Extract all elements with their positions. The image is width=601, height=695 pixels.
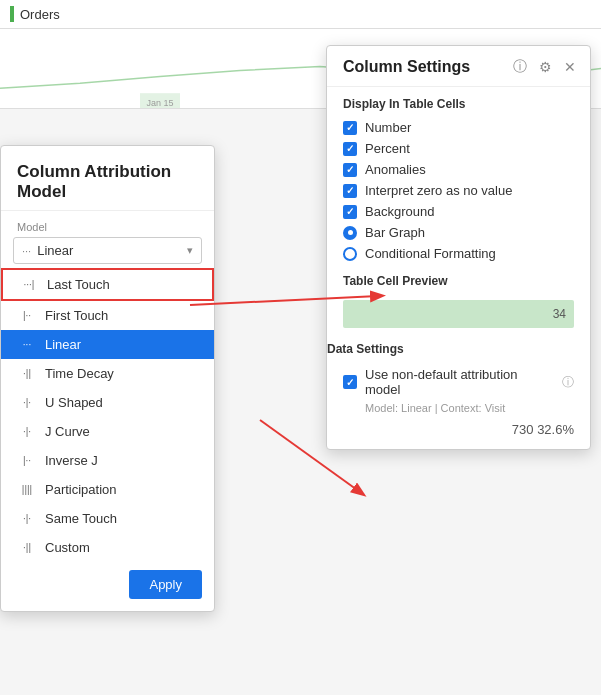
checkbox-anomalies-input[interactable]: ✓	[343, 163, 357, 177]
data-settings-title: Data Settings	[327, 334, 590, 364]
checkbox-anomalies-label: Anomalies	[365, 162, 426, 177]
participation-icon: ||||	[17, 484, 37, 495]
preview-section-title: Table Cell Preview	[327, 264, 590, 294]
model-select-text: Linear	[37, 243, 181, 258]
j-curve-icon: ·|·	[17, 426, 37, 437]
checkbox-interpret-zero[interactable]: ✓ Interpret zero as no value	[327, 180, 590, 201]
radio-bar-graph[interactable]: Bar Graph	[327, 222, 590, 243]
inverse-j-icon: |··	[17, 455, 37, 466]
radio-conditional-formatting-label: Conditional Formatting	[365, 246, 496, 261]
checkbox-interpret-zero-label: Interpret zero as no value	[365, 183, 512, 198]
settings-icon-button[interactable]: ⚙	[537, 57, 554, 77]
model-select-dropdown[interactable]: ··· Linear ▾	[13, 237, 202, 264]
info-button[interactable]: ⓘ	[511, 56, 529, 78]
green-bar-indicator	[10, 6, 14, 22]
attribution-modal: Column Attribution Model Model ··· Linea…	[0, 145, 215, 612]
close-button[interactable]: ✕	[562, 57, 578, 77]
radio-conditional-formatting-input[interactable]	[343, 247, 357, 261]
checkbox-non-default-label: Use non-default attribution model	[365, 367, 554, 397]
column-settings-panel: Column Settings ⓘ ⚙ ✕ Display In Table C…	[326, 45, 591, 450]
model-dropdown-list: ···| Last Touch |·· First Touch ··· Line…	[1, 268, 214, 562]
dropdown-item-time-decay[interactable]: ·|| Time Decay	[1, 359, 214, 388]
linear-label: Linear	[45, 337, 81, 352]
dropdown-item-linear[interactable]: ··· Linear	[1, 330, 214, 359]
same-touch-icon: ·|·	[17, 513, 37, 524]
time-decay-icon: ·||	[17, 368, 37, 379]
checkbox-percent-input[interactable]: ✓	[343, 142, 357, 156]
first-touch-icon: |··	[17, 310, 37, 321]
radio-bar-graph-input[interactable]	[343, 226, 357, 240]
dropdown-item-u-shaped[interactable]: ·|· U Shaped	[1, 388, 214, 417]
preview-value: 34	[553, 307, 566, 321]
checkbox-non-default-input[interactable]: ✓	[343, 375, 357, 389]
radio-bar-graph-label: Bar Graph	[365, 225, 425, 240]
checkbox-background-input[interactable]: ✓	[343, 205, 357, 219]
panel-icons: ⓘ ⚙ ✕	[511, 56, 578, 78]
checkbox-percent[interactable]: ✓ Percent	[327, 138, 590, 159]
checkbox-number-input[interactable]: ✓	[343, 121, 357, 135]
chart-title: Orders	[20, 7, 60, 22]
panel-header: Column Settings ⓘ ⚙ ✕	[327, 46, 590, 87]
dropdown-item-first-touch[interactable]: |·· First Touch	[1, 301, 214, 330]
model-context-subtext: Model: Linear | Context: Visit	[327, 400, 590, 416]
table-cell-preview: 34	[343, 300, 574, 328]
model-label: Model	[1, 211, 214, 237]
chart-header: Orders	[0, 0, 601, 29]
inverse-j-label: Inverse J	[45, 453, 98, 468]
radio-conditional-formatting[interactable]: Conditional Formatting	[327, 243, 590, 264]
display-section-title: Display In Table Cells	[327, 87, 590, 117]
custom-icon: ·||	[17, 542, 37, 553]
checkbox-number[interactable]: ✓ Number	[327, 117, 590, 138]
chevron-down-icon: ▾	[187, 244, 193, 257]
panel-title: Column Settings	[343, 58, 470, 76]
custom-label: Custom	[45, 540, 90, 555]
footer-values: 730 32.6%	[512, 422, 574, 437]
u-shaped-icon: ·|·	[17, 397, 37, 408]
dropdown-item-same-touch[interactable]: ·|· Same Touch	[1, 504, 214, 533]
apply-btn-row: Apply	[1, 562, 214, 603]
svg-text:Jan 15: Jan 15	[146, 98, 173, 108]
checkbox-percent-label: Percent	[365, 141, 410, 156]
first-touch-label: First Touch	[45, 308, 108, 323]
last-touch-icon: ···|	[19, 279, 39, 290]
checkbox-background-label: Background	[365, 204, 434, 219]
apply-button[interactable]: Apply	[129, 570, 202, 599]
checkbox-non-default[interactable]: ✓ Use non-default attribution model ⓘ	[327, 364, 590, 400]
u-shaped-label: U Shaped	[45, 395, 103, 410]
dropdown-item-j-curve[interactable]: ·|· J Curve	[1, 417, 214, 446]
last-touch-label: Last Touch	[47, 277, 110, 292]
same-touch-label: Same Touch	[45, 511, 117, 526]
model-select-icon: ···	[22, 245, 31, 257]
j-curve-label: J Curve	[45, 424, 90, 439]
non-default-info-icon[interactable]: ⓘ	[562, 374, 574, 391]
participation-label: Participation	[45, 482, 117, 497]
attribution-modal-title: Column Attribution Model	[1, 146, 214, 211]
checkbox-interpret-zero-input[interactable]: ✓	[343, 184, 357, 198]
dropdown-item-participation[interactable]: |||| Participation	[1, 475, 214, 504]
checkbox-background[interactable]: ✓ Background	[327, 201, 590, 222]
checkbox-anomalies[interactable]: ✓ Anomalies	[327, 159, 590, 180]
dropdown-item-inverse-j[interactable]: |·· Inverse J	[1, 446, 214, 475]
dropdown-item-last-touch[interactable]: ···| Last Touch	[1, 268, 214, 301]
time-decay-label: Time Decay	[45, 366, 114, 381]
checkbox-number-label: Number	[365, 120, 411, 135]
dropdown-item-custom[interactable]: ·|| Custom	[1, 533, 214, 562]
linear-icon: ···	[17, 339, 37, 350]
